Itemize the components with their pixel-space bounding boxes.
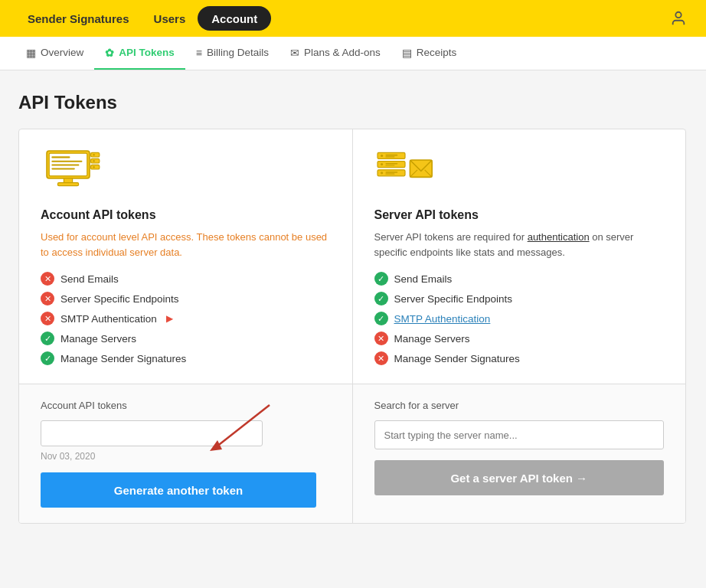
tab-overview[interactable]: ▦ Overview — [15, 37, 94, 70]
check-icon: ✓ — [41, 351, 54, 365]
feature-smtp-auth-server: ✓ SMTP Authentication — [374, 312, 665, 325]
account-card-desc: Used for account level API access. These… — [41, 230, 331, 260]
account-card-title: Account API tokens — [41, 208, 331, 222]
tab-receipts[interactable]: ▤ Receipts — [391, 37, 468, 70]
svg-point-14 — [93, 166, 94, 168]
tab-billing-details[interactable]: ≡ Billing Details — [185, 37, 279, 70]
nav-users[interactable]: Users — [142, 0, 198, 37]
billing-icon: ≡ — [196, 47, 202, 59]
nav-sender-signatures[interactable]: Sender Signatures — [15, 0, 142, 37]
feature-send-emails-server: ✓ Send Emails — [374, 272, 665, 286]
token-date: Nov 03, 2020 — [41, 451, 331, 462]
tab-api-tokens[interactable]: ✿ API Tokens — [94, 37, 185, 70]
svg-point-16 — [381, 155, 383, 157]
svg-point-20 — [381, 163, 383, 165]
svg-rect-26 — [385, 174, 394, 175]
server-api-icon — [374, 148, 436, 194]
feature-manage-signatures: ✓ Manage Sender Signatures — [41, 351, 331, 365]
page-title: API Tokens — [18, 92, 686, 113]
svg-rect-3 — [51, 156, 70, 158]
server-search-input[interactable] — [374, 420, 665, 449]
check-icon: ✓ — [374, 272, 388, 286]
receipts-icon: ▤ — [402, 47, 412, 59]
svg-point-24 — [381, 172, 383, 174]
svg-rect-25 — [385, 172, 397, 173]
feature-manage-signatures-server: ✕ Manage Sender Signatures — [374, 351, 665, 365]
cards-bottom-row: Account API tokens Nov 03, 2020 Generate… — [19, 384, 685, 523]
feature-manage-servers: ✓ Manage Servers — [41, 332, 331, 345]
auth-link[interactable]: authentication — [528, 231, 590, 243]
account-api-panel: Account API tokens Used for account leve… — [19, 129, 353, 384]
svg-point-10 — [93, 154, 94, 155]
feature-server-specific: ✕ Server Specific Endpoints — [41, 292, 331, 305]
svg-rect-5 — [51, 165, 79, 166]
svg-rect-11 — [91, 158, 100, 163]
svg-rect-8 — [57, 183, 78, 186]
x-icon: ✕ — [41, 292, 54, 305]
nav-account[interactable]: Account — [198, 6, 271, 31]
check-icon: ✓ — [374, 292, 388, 305]
svg-rect-22 — [385, 165, 394, 165]
generate-token-button[interactable]: Generate another token — [41, 472, 316, 508]
feature-server-specific-server: ✓ Server Specific Endpoints — [374, 292, 665, 305]
svg-rect-9 — [91, 152, 100, 157]
svg-point-12 — [93, 160, 94, 162]
account-token-section: Account API tokens Nov 03, 2020 Generate… — [19, 384, 353, 523]
feature-send-emails: ✕ Send Emails — [41, 272, 331, 286]
x-icon: ✕ — [41, 312, 54, 325]
server-card-title: Server API tokens — [374, 208, 665, 222]
svg-rect-4 — [51, 161, 82, 162]
account-api-icon — [41, 148, 102, 194]
get-server-token-button[interactable]: Get a server API token → — [374, 460, 665, 495]
cards-top-row: Account API tokens Used for account leve… — [19, 129, 685, 384]
top-navigation: Sender Signatures Users Account — [0, 0, 706, 37]
token-input[interactable] — [41, 420, 263, 446]
server-api-panel: Server API tokens Server API tokens are … — [353, 129, 686, 384]
page-content: API Tokens — [0, 70, 704, 545]
server-card-desc: Server API tokens are required for authe… — [374, 230, 665, 260]
user-icon — [666, 6, 691, 31]
play-icon: ▶ — [166, 313, 173, 324]
token-input-container — [41, 420, 331, 451]
server-search-label: Search for a server — [374, 400, 665, 411]
x-icon: ✕ — [374, 351, 388, 365]
x-icon: ✕ — [374, 332, 388, 345]
server-token-section: Search for a server Get a server API tok… — [353, 384, 686, 523]
api-icon: ✿ — [105, 47, 114, 59]
sub-navigation: ▦ Overview ✿ API Tokens ≡ Billing Detail… — [0, 37, 706, 70]
check-icon: ✓ — [41, 332, 54, 345]
svg-rect-13 — [91, 165, 100, 169]
tab-plans-addons[interactable]: ✉ Plans & Add-ons — [279, 37, 391, 70]
api-tokens-container: Account API tokens Used for account leve… — [18, 129, 686, 524]
feature-manage-servers-server: ✕ Manage Servers — [374, 332, 665, 345]
account-feature-list: ✕ Send Emails ✕ Server Specific Endpoint… — [41, 272, 331, 365]
check-icon: ✓ — [374, 312, 388, 325]
x-icon: ✕ — [41, 272, 54, 286]
svg-point-0 — [675, 12, 681, 18]
svg-rect-17 — [385, 155, 397, 156]
server-feature-list: ✓ Send Emails ✓ Server Specific Endpoint… — [374, 272, 665, 365]
svg-rect-18 — [385, 156, 394, 157]
account-token-label: Account API tokens — [41, 400, 331, 411]
plans-icon: ✉ — [290, 47, 299, 59]
svg-rect-21 — [385, 163, 397, 165]
smtp-auth-link[interactable]: SMTP Authentication — [394, 313, 491, 325]
feature-smtp-auth: ✕ SMTP Authentication ▶ — [41, 312, 331, 325]
overview-icon: ▦ — [26, 47, 36, 59]
svg-rect-6 — [51, 168, 74, 169]
